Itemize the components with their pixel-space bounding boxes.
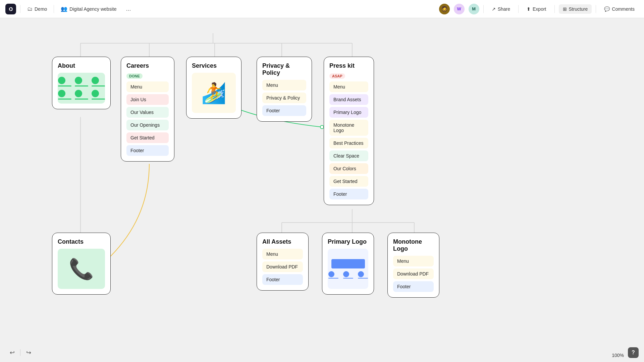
dot-item <box>92 77 105 86</box>
sep-2 <box>518 5 519 13</box>
monotonelogo-download[interactable]: Download PDF <box>393 268 434 279</box>
careers-our-values[interactable]: Our Values <box>126 107 169 118</box>
logo-dot-group <box>343 271 353 279</box>
divider-2 <box>54 5 54 13</box>
dot-item <box>75 90 88 100</box>
file-name: Digital Agency website <box>69 6 116 12</box>
allassets-card: All Assets Menu Download PDF Footer <box>257 233 309 291</box>
presskit-clear-space[interactable]: Clear Space <box>329 150 368 161</box>
share-button[interactable]: ↗ Share <box>488 4 514 14</box>
logo-rect <box>331 259 365 268</box>
dot-item <box>58 90 71 100</box>
logo-dots <box>328 271 368 279</box>
monotonelogo-title: Monotone Logo <box>393 238 434 252</box>
share-icon: ↗ <box>492 6 496 12</box>
dot-grid <box>58 77 105 100</box>
topbar: ⌬ 🗂 Demo 👥 Digital Agency website ... 🧔 … <box>0 0 644 18</box>
project-name: Demo <box>35 6 47 12</box>
presskit-menu[interactable]: Menu <box>329 81 368 92</box>
bottombar: ↩ ↪ <box>0 343 41 362</box>
zoom-display: 100% <box>612 353 624 358</box>
comments-icon: 💬 <box>604 6 610 12</box>
contacts-title: Contacts <box>58 238 105 245</box>
primarylogo-card: Primary Logo <box>322 233 374 295</box>
careers-card: Careers DONE Menu Join Us Our Values Our… <box>121 57 174 162</box>
export-icon: ⬆ <box>527 6 531 12</box>
privacy-title: Privacy & Policy <box>262 62 306 76</box>
presskit-title: Press kit <box>329 62 368 69</box>
more-button[interactable]: ... <box>123 4 133 14</box>
presskit-get-started[interactable]: Get Started <box>329 176 368 187</box>
privacy-policy[interactable]: Privacy & Policy <box>262 93 306 103</box>
careers-badge: DONE <box>126 73 143 79</box>
contacts-card: Contacts 📞 <box>52 233 111 295</box>
canvas[interactable]: About <box>0 18 644 362</box>
services-thumbnail: 🏄 <box>192 73 236 113</box>
careers-footer[interactable]: Footer <box>126 145 169 156</box>
dot-item <box>92 90 105 100</box>
redo-button[interactable]: ↪ <box>23 347 34 358</box>
sep-1 <box>483 5 484 13</box>
avatar-2[interactable]: W <box>454 4 465 14</box>
logo-dot-group <box>358 271 368 279</box>
people-icon: 👥 <box>61 6 67 12</box>
careers-join-us[interactable]: Join Us <box>126 94 169 105</box>
presskit-card: Press kit ASAP Menu Brand Assets Primary… <box>324 57 374 205</box>
contacts-thumbnail: 📞 <box>58 249 105 289</box>
structure-button[interactable]: ⊞ Structure <box>559 4 592 14</box>
presskit-brand-assets[interactable]: Brand Assets <box>329 94 368 105</box>
presskit-monotone-logo[interactable]: Monotone Logo <box>329 120 368 136</box>
project-item[interactable]: 🗂 Demo <box>24 5 50 13</box>
export-button[interactable]: ⬆ Export <box>523 4 550 14</box>
avatar-1[interactable]: 🧔 <box>439 4 450 14</box>
services-card: Services 🏄 <box>186 57 241 119</box>
divider-1 <box>20 5 20 13</box>
topbar-right: 🧔 W M ↗ Share ⬆ Export ⊞ Structure 💬 Com… <box>439 4 639 14</box>
app-logo[interactable]: ⌬ <box>5 4 16 14</box>
dot-item <box>58 77 71 86</box>
privacy-menu[interactable]: Menu <box>262 80 306 90</box>
monotonelogo-card: Monotone Logo Menu Download PDF Footer <box>387 233 439 298</box>
allassets-download[interactable]: Download PDF <box>262 261 303 272</box>
comments-button[interactable]: 💬 Comments <box>600 4 639 14</box>
sep-4 <box>596 5 596 13</box>
sep-3 <box>554 5 555 13</box>
structure-icon: ⊞ <box>563 6 567 12</box>
presskit-footer[interactable]: Footer <box>329 189 368 199</box>
careers-title: Careers <box>126 62 169 69</box>
folder-icon: 🗂 <box>27 6 33 12</box>
careers-get-started[interactable]: Get Started <box>126 132 169 143</box>
allassets-menu[interactable]: Menu <box>262 249 303 259</box>
presskit-primary-logo[interactable]: Primary Logo <box>329 107 368 118</box>
allassets-title: All Assets <box>262 238 303 245</box>
help-button[interactable]: ? <box>628 347 639 358</box>
monotonelogo-menu[interactable]: Menu <box>393 256 434 266</box>
primarylogo-thumbnail <box>328 249 368 289</box>
careers-our-openings[interactable]: Our Openings <box>126 120 169 130</box>
about-card: About <box>52 57 111 109</box>
about-thumbnail <box>58 73 105 104</box>
logo-dot-group <box>328 271 338 279</box>
bottom-sep <box>20 349 20 356</box>
about-title: About <box>58 62 105 69</box>
avatar-3[interactable]: M <box>469 4 479 14</box>
primarylogo-title: Primary Logo <box>328 238 368 245</box>
services-title: Services <box>192 62 236 69</box>
presskit-badge: ASAP <box>329 73 345 79</box>
careers-menu[interactable]: Menu <box>126 81 169 92</box>
dot-item <box>75 77 88 86</box>
presskit-our-colors[interactable]: Our Colors <box>329 163 368 174</box>
privacy-card: Privacy & Policy Menu Privacy & Policy F… <box>257 57 312 122</box>
allassets-footer[interactable]: Footer <box>262 274 303 285</box>
file-item[interactable]: 👥 Digital Agency website <box>58 4 119 13</box>
svg-point-13 <box>320 125 324 129</box>
monotonelogo-footer[interactable]: Footer <box>393 281 434 292</box>
presskit-best-practices[interactable]: Best Practices <box>329 138 368 148</box>
privacy-footer[interactable]: Footer <box>262 105 306 116</box>
undo-button[interactable]: ↩ <box>7 347 17 358</box>
